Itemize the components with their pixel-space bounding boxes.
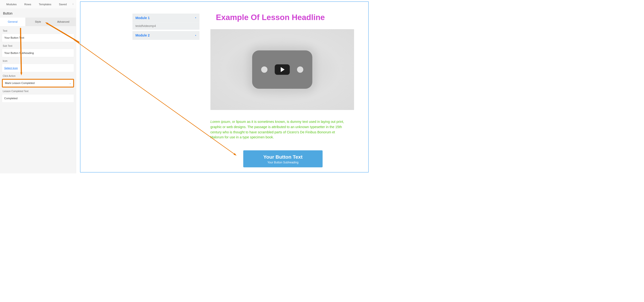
input-text[interactable]: Your Button Text	[2, 34, 74, 42]
lesson-action-button-title: Your Button Text	[243, 154, 323, 160]
module-row-2-label: Module 2	[136, 34, 150, 38]
tab-saved[interactable]: Saved	[55, 3, 70, 6]
lesson-headline: Example Of Lesson Headline	[216, 13, 325, 22]
lesson-description: Lorem ipsum, or lipsum as it is sometime…	[210, 119, 349, 140]
input-completed-text[interactable]: Completed	[2, 94, 74, 103]
video-placeholder[interactable]	[210, 29, 354, 110]
youtube-thumbnail	[252, 50, 312, 89]
select-click-action[interactable]: Mark Lesson Completed ⌄	[2, 79, 74, 88]
chevron-down-icon: ⌄	[69, 82, 71, 84]
lesson-action-button-sub: Your Button Subheading	[243, 161, 323, 164]
settings-panel: testdfvideomp4 Modules Rows Templates Sa…	[0, 0, 76, 173]
module-row-1-label: Module 1	[136, 16, 150, 20]
caret-down-icon: ▼	[195, 35, 196, 37]
subtab-style[interactable]: Style	[25, 18, 50, 26]
input-subtext[interactable]: Your Button Subheading	[2, 49, 74, 57]
select-click-action-value: Mark Lesson Completed	[5, 82, 34, 85]
module-type-title: Button	[0, 9, 76, 18]
drag-handle-icon[interactable]: ⠿	[72, 3, 74, 6]
label-subtext: Sub Text	[2, 45, 74, 48]
tab-modules[interactable]: Modules	[2, 3, 20, 6]
general-settings-form: Text Your Button Text Sub Text Your Butt…	[0, 26, 76, 106]
settings-subtabs: General Style Advanced	[0, 18, 76, 26]
lesson-action-button[interactable]: Your Button Text Your Button Subheading	[243, 150, 323, 167]
play-icon	[275, 64, 290, 75]
label-text: Text	[2, 29, 74, 32]
page-canvas: Module 1 ▼ testdfvideomp4 Module 2 ▼ Exa…	[80, 2, 369, 173]
module-1-lesson[interactable]: testdfvideomp4	[132, 23, 200, 30]
tab-rows[interactable]: Rows	[20, 3, 35, 6]
lorem-emphasis: Lorem ipsum	[210, 120, 230, 124]
label-icon: Icon	[2, 60, 74, 63]
module-row-2[interactable]: Module 2 ▼	[132, 31, 200, 40]
module-row-1[interactable]: Module 1 ▼	[132, 14, 200, 23]
lorem-body: , or lipsum as it is sometimes known, is…	[210, 120, 344, 139]
tab-templates[interactable]: Templates	[35, 3, 55, 6]
label-click-action: Click Action	[2, 75, 74, 78]
caret-down-icon: ▼	[195, 17, 196, 19]
panel-category-tabs: Modules Rows Templates Saved ⠿	[0, 0, 76, 9]
subtab-general[interactable]: General	[0, 18, 25, 26]
select-icon-link[interactable]: Select Icon	[2, 64, 74, 72]
subtab-advanced[interactable]: Advanced	[50, 18, 76, 26]
label-completed-text: Lesson Completed Text	[2, 90, 74, 93]
course-module-list: Module 1 ▼ testdfvideomp4 Module 2 ▼	[132, 14, 200, 41]
